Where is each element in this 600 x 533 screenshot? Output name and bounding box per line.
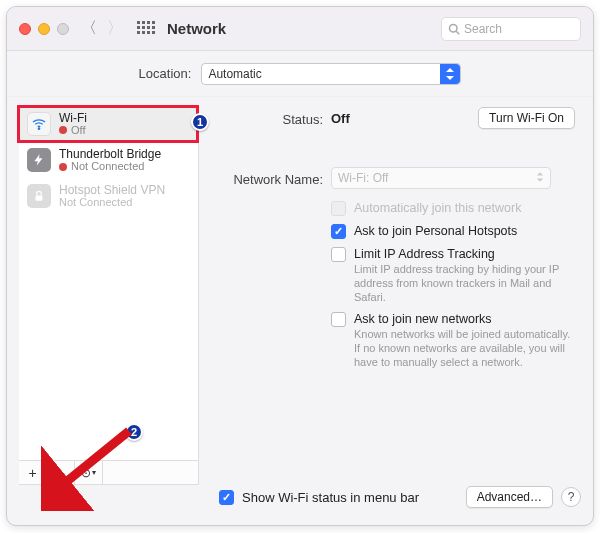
status-label: Status:	[213, 110, 323, 127]
minimize-icon[interactable]	[38, 23, 50, 35]
annotation-badge-2: 2	[125, 423, 143, 441]
sidebar-item-label: Wi-Fi	[59, 112, 87, 125]
titlebar: 〈 〉 Network Search	[7, 7, 593, 51]
svg-marker-6	[537, 172, 543, 175]
option-ask-new-networks[interactable]: Ask to join new networks Known networks …	[331, 312, 575, 369]
detail-pane: Status: Off Turn Wi-Fi On Network Name: …	[199, 97, 593, 485]
thunderbolt-icon	[27, 148, 51, 172]
apps-grid-icon[interactable]	[137, 21, 153, 37]
option-label: Automatically join this network	[354, 201, 521, 215]
svg-line-1	[456, 31, 459, 34]
checkbox[interactable]: ✓	[219, 490, 234, 505]
status-value: Off	[331, 111, 350, 126]
option-auto-join: Automatically join this network	[331, 201, 575, 216]
option-desc: Known networks will be joined automatica…	[354, 328, 575, 369]
updown-icon	[536, 171, 544, 185]
sidebar-item-vpn[interactable]: Hotspot Shield VPN Not Connected	[19, 178, 198, 214]
svg-marker-2	[446, 68, 454, 72]
back-button[interactable]: 〈	[81, 18, 97, 39]
option-ask-personal-hotspots[interactable]: ✓ Ask to join Personal Hotspots	[331, 224, 575, 239]
location-value: Automatic	[208, 67, 261, 81]
location-row: Location: Automatic	[7, 51, 593, 97]
status-dot-icon	[59, 163, 67, 171]
advanced-button[interactable]: Advanced…	[466, 486, 553, 508]
window-title: Network	[167, 20, 226, 37]
show-status-label: Show Wi-Fi status in menu bar	[242, 490, 419, 505]
show-status-option[interactable]: ✓ Show Wi-Fi status in menu bar	[219, 490, 419, 505]
svg-point-0	[450, 24, 458, 32]
close-icon[interactable]	[19, 23, 31, 35]
sidebar-item-label: Hotspot Shield VPN	[59, 184, 165, 197]
status-dot-icon	[59, 126, 67, 134]
network-name-value: Wi-Fi: Off	[338, 171, 388, 185]
service-list: Wi-Fi Off Thunderbolt Bridge Not Connect…	[19, 105, 199, 485]
sidebar-item-thunderbolt[interactable]: Thunderbolt Bridge Not Connected	[19, 142, 198, 178]
sidebar-item-status: Not Connected	[71, 161, 144, 173]
wifi-toggle-button[interactable]: Turn Wi-Fi On	[478, 107, 575, 129]
bottom-bar: ✓ Show Wi-Fi status in menu bar Advanced…	[19, 479, 581, 515]
zoom-icon[interactable]	[57, 23, 69, 35]
svg-point-4	[38, 128, 39, 129]
option-desc: Limit IP address tracking by hiding your…	[354, 263, 575, 304]
network-name-select[interactable]: Wi-Fi: Off	[331, 167, 551, 189]
search-placeholder: Search	[464, 22, 502, 36]
svg-rect-5	[36, 196, 43, 201]
option-label: Limit IP Address Tracking	[354, 247, 575, 261]
window-controls	[19, 23, 69, 35]
option-label: Ask to join new networks	[354, 312, 575, 326]
network-name-label: Network Name:	[213, 170, 323, 187]
option-label: Ask to join Personal Hotspots	[354, 224, 517, 238]
option-limit-ip-tracking[interactable]: Limit IP Address Tracking Limit IP addre…	[331, 247, 575, 304]
dropdown-icon	[440, 64, 460, 84]
checkbox	[331, 201, 346, 216]
checkbox[interactable]	[331, 247, 346, 262]
wifi-icon	[27, 112, 51, 136]
sidebar-item-label: Thunderbolt Bridge	[59, 148, 161, 161]
sidebar-item-wifi[interactable]: Wi-Fi Off	[19, 106, 198, 142]
help-button[interactable]: ?	[561, 487, 581, 507]
lock-icon	[27, 184, 51, 208]
annotation-badge-1: 1	[191, 113, 209, 131]
forward-button[interactable]: 〉	[107, 18, 123, 39]
location-select[interactable]: Automatic	[201, 63, 461, 85]
location-label: Location:	[139, 66, 192, 81]
search-input[interactable]: Search	[441, 17, 581, 41]
svg-marker-3	[446, 76, 454, 80]
search-icon	[448, 23, 460, 35]
svg-marker-7	[537, 179, 543, 182]
checkbox[interactable]	[331, 312, 346, 327]
sidebar-item-status: Not Connected	[59, 197, 132, 209]
checkbox[interactable]: ✓	[331, 224, 346, 239]
sidebar-item-status: Off	[71, 125, 85, 137]
